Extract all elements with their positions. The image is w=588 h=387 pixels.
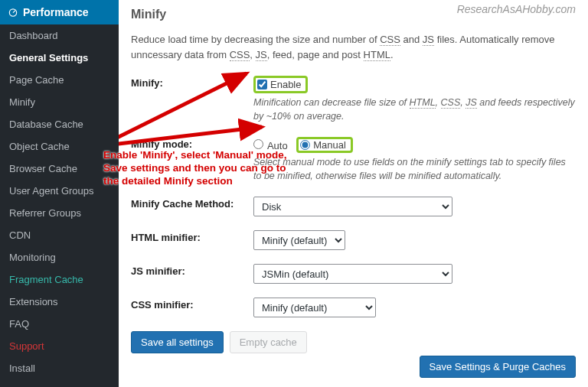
sidebar-item-browser-cache[interactable]: Browser Cache (0, 158, 119, 180)
mode-manual[interactable]: Manual (296, 137, 353, 153)
sidebar: Performance DashboardGeneral SettingsPag… (0, 0, 119, 387)
sidebar-title: Performance (23, 6, 89, 18)
mode-hint: Select manual mode to use fields on the … (253, 156, 576, 183)
sidebar-item-minify[interactable]: Minify (0, 91, 119, 113)
sidebar-item-cdn[interactable]: CDN (0, 224, 119, 246)
cache-method-select[interactable]: Disk (253, 197, 452, 216)
sidebar-item-about[interactable]: About (0, 379, 119, 387)
sidebar-item-extensions[interactable]: Extensions (0, 291, 119, 313)
sidebar-item-support[interactable]: Support (0, 335, 119, 357)
css-minifier-label: CSS minifier: (131, 298, 253, 311)
intro-text: Reduce load time by decreasing the size … (131, 32, 576, 62)
html-minifier-select[interactable]: Minify (default) (253, 230, 345, 250)
sidebar-item-faq[interactable]: FAQ (0, 313, 119, 335)
empty-cache-button: Empty cache (230, 331, 307, 353)
sidebar-item-user-agent-groups[interactable]: User Agent Groups (0, 180, 119, 202)
minify-enable-label: Enable (270, 79, 301, 90)
gauge-icon (8, 7, 18, 18)
save-all-button[interactable]: Save all settings (131, 331, 224, 353)
svg-point-0 (9, 9, 16, 16)
sidebar-item-dashboard[interactable]: Dashboard (0, 24, 119, 47)
sidebar-item-page-cache[interactable]: Page Cache (0, 69, 119, 91)
watermark: ResearchAsAHobby.com (457, 3, 576, 15)
mode-manual-radio[interactable] (300, 140, 310, 150)
annotation-text: Enable 'Minify', select 'Manual' mode, S… (103, 149, 287, 188)
minify-enable-wrap[interactable]: Enable (253, 76, 308, 93)
minify-hint: Minification can decrease file size of H… (253, 96, 576, 123)
save-purge-button[interactable]: Save Settings & Purge Caches (420, 356, 577, 378)
css-minifier-select[interactable]: Minify (default) (253, 298, 376, 317)
sidebar-item-database-cache[interactable]: Database Cache (0, 113, 119, 135)
minify-mode-label: Minify mode: (131, 137, 253, 150)
minify-enable-checkbox[interactable] (257, 80, 267, 89)
minify-label: Minify: (131, 76, 253, 89)
sidebar-item-referrer-groups[interactable]: Referrer Groups (0, 202, 119, 224)
js-minifier-label: JS minifier: (131, 264, 253, 277)
mode-auto-radio[interactable] (253, 139, 263, 149)
sidebar-item-fragment-cache[interactable]: Fragment Cache (0, 268, 119, 291)
sidebar-item-general-settings[interactable]: General Settings (0, 47, 119, 69)
js-minifier-select[interactable]: JSMin (default) (253, 264, 452, 284)
html-minifier-label: HTML minifier: (131, 230, 253, 243)
sidebar-header: Performance (0, 0, 119, 24)
cache-method-label: Minify Cache Method: (131, 197, 253, 210)
sidebar-item-object-cache[interactable]: Object Cache (0, 135, 119, 158)
sidebar-item-monitoring[interactable]: Monitoring (0, 246, 119, 268)
sidebar-item-install[interactable]: Install (0, 357, 119, 379)
main-panel: ResearchAsAHobby.com Minify Reduce load … (119, 0, 588, 387)
